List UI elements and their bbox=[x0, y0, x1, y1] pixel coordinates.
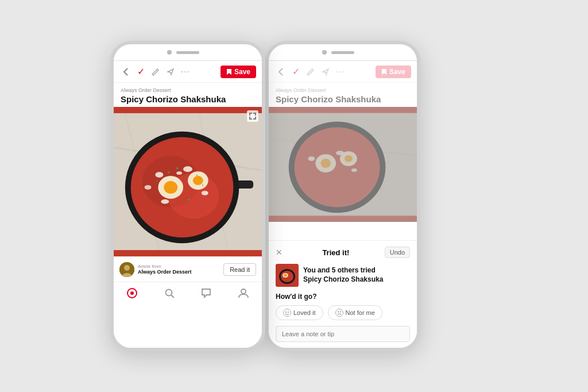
svg-point-13 bbox=[155, 172, 163, 178]
phone-top-bar-left bbox=[114, 44, 262, 60]
tried-thumb bbox=[276, 264, 299, 287]
footer-label-left: Article from bbox=[138, 264, 223, 269]
search-nav-icon[interactable] bbox=[163, 286, 176, 300]
article-footer-left: Article from Always Order Dessert Read i… bbox=[114, 256, 262, 282]
screen-right: ✓ ··· Save Always Order Dessert Spicy Ch… bbox=[269, 60, 417, 348]
svg-point-17 bbox=[176, 171, 182, 175]
footer-text-left: Article from Always Order Dessert bbox=[138, 264, 223, 275]
svg-point-54 bbox=[340, 312, 341, 313]
dimmed-overlay-right bbox=[269, 107, 417, 222]
phones-container: ✓ ··· Save Always Order Dessert Spicy Ch… bbox=[93, 18, 495, 374]
save-button-right: Save bbox=[376, 66, 411, 78]
tried-close-button[interactable]: ✕ bbox=[276, 248, 283, 257]
tried-description: You and 5 others triedSpicy Chorizo Shak… bbox=[303, 266, 383, 284]
food-image-right bbox=[269, 107, 417, 222]
avatar-left bbox=[119, 262, 134, 277]
article-source-left: Always Order Dessert bbox=[121, 87, 255, 93]
more-button-right: ··· bbox=[334, 66, 347, 78]
phone-right: ✓ ··· Save Always Order Dessert Spicy Ch… bbox=[265, 41, 420, 351]
article-header-left: Always Order Dessert Spicy Chorizo Shaks… bbox=[114, 83, 262, 107]
profile-nav-icon[interactable] bbox=[237, 286, 250, 300]
svg-point-15 bbox=[202, 191, 208, 195]
toolbar-right: ✓ ··· Save bbox=[269, 61, 417, 83]
svg-point-48 bbox=[284, 274, 287, 277]
svg-point-12 bbox=[193, 176, 203, 185]
article-source-right: Always Order Dessert bbox=[276, 87, 410, 93]
check-button-left[interactable]: ✓ bbox=[134, 66, 147, 78]
toolbar-left: ✓ ··· Save bbox=[114, 61, 262, 83]
undo-button[interactable]: Undo bbox=[385, 247, 410, 258]
svg-point-26 bbox=[124, 265, 130, 271]
save-button-left[interactable]: Save bbox=[220, 66, 256, 78]
tried-it-panel: ✕ Tried it! Undo You and 5 others triedS… bbox=[269, 240, 417, 348]
not-for-me-button[interactable]: Not for me bbox=[328, 305, 382, 320]
reaction-buttons: Loved it Not for me bbox=[276, 305, 410, 320]
speaker-right bbox=[331, 51, 354, 54]
screen-left: ✓ ··· Save Always Order Dessert Spicy Ch… bbox=[114, 60, 262, 348]
food-svg-left bbox=[114, 107, 262, 256]
back-button-right bbox=[274, 66, 287, 78]
svg-rect-24 bbox=[202, 185, 203, 186]
camera-dot-left bbox=[167, 50, 172, 55]
svg-point-32 bbox=[241, 289, 246, 294]
send-button-left[interactable] bbox=[164, 66, 177, 78]
bottom-nav-left bbox=[114, 282, 262, 303]
svg-line-31 bbox=[171, 295, 174, 298]
tried-title: Tried it! bbox=[287, 248, 385, 257]
svg-point-52 bbox=[335, 309, 343, 317]
article-title-right: Spicy Chorizo Shakshuka bbox=[276, 94, 410, 105]
chat-nav-icon[interactable] bbox=[199, 286, 213, 300]
note-input[interactable] bbox=[276, 326, 410, 342]
expand-icon-left[interactable] bbox=[247, 110, 258, 122]
svg-point-16 bbox=[161, 199, 169, 204]
article-header-right: Always Order Dessert Spicy Chorizo Shaks… bbox=[269, 83, 417, 107]
svg-point-53 bbox=[338, 312, 339, 313]
not-for-me-label: Not for me bbox=[346, 309, 375, 316]
how-label: How'd it go? bbox=[276, 293, 410, 301]
svg-point-14 bbox=[183, 166, 192, 172]
send-button-right bbox=[319, 66, 332, 78]
back-button-left[interactable] bbox=[119, 66, 132, 78]
tried-description-text: You and 5 others triedSpicy Chorizo Shak… bbox=[303, 266, 383, 283]
check-button-right: ✓ bbox=[289, 66, 302, 78]
svg-point-30 bbox=[165, 289, 172, 295]
food-image-left bbox=[114, 107, 262, 256]
tried-header: ✕ Tried it! Undo bbox=[276, 247, 410, 258]
svg-point-29 bbox=[130, 291, 134, 295]
svg-point-51 bbox=[288, 312, 289, 313]
home-nav-icon[interactable] bbox=[125, 286, 139, 300]
svg-point-50 bbox=[285, 312, 287, 313]
svg-rect-19 bbox=[168, 171, 169, 173]
pencil-button-right bbox=[304, 66, 317, 78]
phone-left: ✓ ··· Save Always Order Dessert Spicy Ch… bbox=[110, 41, 265, 351]
read-button-left[interactable]: Read it bbox=[223, 263, 256, 276]
svg-point-10 bbox=[164, 181, 177, 194]
phone-top-bar-right bbox=[269, 44, 417, 60]
svg-rect-23 bbox=[188, 199, 189, 201]
tried-info: You and 5 others triedSpicy Chorizo Shak… bbox=[276, 264, 410, 287]
speaker-left bbox=[176, 51, 199, 54]
svg-rect-21 bbox=[196, 175, 198, 176]
svg-rect-20 bbox=[176, 167, 178, 169]
more-button-left[interactable]: ··· bbox=[179, 66, 192, 78]
article-title-left: Spicy Chorizo Shakshuka bbox=[121, 94, 255, 105]
loved-it-label: Loved it bbox=[293, 309, 316, 316]
svg-point-18 bbox=[145, 185, 152, 190]
camera-dot-right bbox=[322, 50, 327, 55]
svg-point-49 bbox=[284, 309, 291, 317]
loved-it-button[interactable]: Loved it bbox=[276, 305, 323, 320]
footer-source-left: Always Order Dessert bbox=[138, 269, 223, 275]
pencil-button-left[interactable] bbox=[149, 66, 162, 78]
svg-rect-22 bbox=[156, 180, 157, 182]
